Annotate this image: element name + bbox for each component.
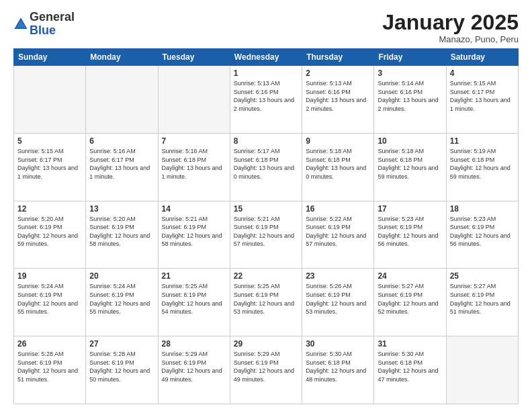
day-info: Sunrise: 5:24 AMSunset: 6:19 PMDaylight:… [17, 282, 82, 316]
calendar-cell [14, 66, 86, 134]
day-number: 2 [306, 68, 370, 78]
calendar-cell: 23Sunrise: 5:26 AMSunset: 6:19 PMDayligh… [302, 269, 374, 336]
calendar-cell [86, 66, 158, 134]
calendar-cell: 18Sunrise: 5:23 AMSunset: 6:19 PMDayligh… [446, 201, 518, 269]
day-info: Sunrise: 5:16 AMSunset: 6:18 PMDaylight:… [162, 147, 226, 181]
day-info: Sunrise: 5:29 AMSunset: 6:19 PMDaylight:… [234, 350, 298, 383]
day-info: Sunrise: 5:28 AMSunset: 6:19 PMDaylight:… [89, 350, 154, 383]
calendar-cell: 26Sunrise: 5:28 AMSunset: 6:19 PMDayligh… [14, 336, 86, 404]
calendar-cell: 17Sunrise: 5:23 AMSunset: 6:19 PMDayligh… [374, 201, 446, 269]
day-number: 21 [162, 271, 226, 281]
day-info: Sunrise: 5:15 AMSunset: 6:17 PMDaylight:… [17, 147, 82, 181]
calendar-cell: 29Sunrise: 5:29 AMSunset: 6:19 PMDayligh… [230, 336, 302, 404]
calendar-cell: 14Sunrise: 5:21 AMSunset: 6:19 PMDayligh… [158, 201, 230, 269]
calendar-week-5: 26Sunrise: 5:28 AMSunset: 6:19 PMDayligh… [14, 336, 519, 404]
day-number: 19 [17, 271, 82, 281]
calendar-cell: 27Sunrise: 5:28 AMSunset: 6:19 PMDayligh… [86, 336, 158, 404]
weekday-header-sunday: Sunday [14, 49, 86, 66]
calendar-cell: 10Sunrise: 5:18 AMSunset: 6:18 PMDayligh… [374, 133, 446, 201]
day-number: 16 [306, 204, 370, 214]
day-info: Sunrise: 5:16 AMSunset: 6:17 PMDaylight:… [89, 147, 154, 181]
day-info: Sunrise: 5:24 AMSunset: 6:19 PMDaylight:… [89, 282, 154, 316]
day-number: 25 [450, 271, 515, 281]
calendar-body: 1Sunrise: 5:13 AMSunset: 6:16 PMDaylight… [14, 66, 519, 404]
day-info: Sunrise: 5:27 AMSunset: 6:19 PMDaylight:… [450, 282, 515, 316]
calendar-cell: 8Sunrise: 5:17 AMSunset: 6:18 PMDaylight… [230, 133, 302, 201]
logo: General Blue [13, 11, 75, 38]
calendar-cell: 28Sunrise: 5:29 AMSunset: 6:19 PMDayligh… [158, 336, 230, 404]
day-number: 17 [378, 204, 442, 214]
day-info: Sunrise: 5:23 AMSunset: 6:19 PMDaylight:… [378, 215, 442, 248]
day-number: 14 [162, 204, 226, 214]
weekday-header-saturday: Saturday [446, 49, 518, 66]
calendar-cell: 12Sunrise: 5:20 AMSunset: 6:19 PMDayligh… [14, 201, 86, 269]
logo-blue-text: Blue [30, 24, 56, 37]
calendar-week-2: 5Sunrise: 5:15 AMSunset: 6:17 PMDaylight… [14, 133, 519, 201]
day-number: 4 [450, 68, 515, 78]
calendar-cell: 6Sunrise: 5:16 AMSunset: 6:17 PMDaylight… [86, 133, 158, 201]
calendar-cell [158, 66, 230, 134]
calendar-cell: 15Sunrise: 5:21 AMSunset: 6:19 PMDayligh… [230, 201, 302, 269]
day-info: Sunrise: 5:25 AMSunset: 6:19 PMDaylight:… [162, 282, 226, 316]
day-number: 12 [17, 204, 82, 214]
calendar-cell: 13Sunrise: 5:20 AMSunset: 6:19 PMDayligh… [86, 201, 158, 269]
page: General Blue January 2025 Manazo, Puno, … [0, 0, 532, 411]
day-number: 10 [378, 136, 442, 146]
day-info: Sunrise: 5:28 AMSunset: 6:19 PMDaylight:… [17, 350, 82, 383]
day-info: Sunrise: 5:20 AMSunset: 6:19 PMDaylight:… [17, 215, 82, 248]
calendar-cell: 30Sunrise: 5:30 AMSunset: 6:18 PMDayligh… [302, 336, 374, 404]
day-number: 29 [234, 339, 298, 349]
day-info: Sunrise: 5:13 AMSunset: 6:16 PMDaylight:… [234, 79, 298, 113]
calendar-cell: 31Sunrise: 5:30 AMSunset: 6:18 PMDayligh… [374, 336, 446, 404]
day-number: 22 [234, 271, 298, 281]
calendar-cell: 19Sunrise: 5:24 AMSunset: 6:19 PMDayligh… [14, 269, 86, 336]
weekday-header-friday: Friday [374, 49, 446, 66]
location-subtitle: Manazo, Puno, Peru [382, 34, 519, 44]
day-number: 18 [450, 204, 515, 214]
day-info: Sunrise: 5:29 AMSunset: 6:19 PMDaylight:… [162, 350, 226, 383]
day-number: 9 [306, 136, 370, 146]
logo-icon [13, 16, 28, 31]
calendar-week-4: 19Sunrise: 5:24 AMSunset: 6:19 PMDayligh… [14, 269, 519, 336]
header: General Blue January 2025 Manazo, Puno, … [13, 11, 519, 44]
weekday-header-wednesday: Wednesday [230, 49, 302, 66]
weekday-header-tuesday: Tuesday [158, 49, 230, 66]
day-info: Sunrise: 5:14 AMSunset: 6:16 PMDaylight:… [378, 79, 442, 113]
calendar-cell: 1Sunrise: 5:13 AMSunset: 6:16 PMDaylight… [230, 66, 302, 134]
month-title: January 2025 [382, 11, 519, 34]
calendar-week-1: 1Sunrise: 5:13 AMSunset: 6:16 PMDaylight… [14, 66, 519, 134]
calendar-cell: 4Sunrise: 5:15 AMSunset: 6:17 PMDaylight… [446, 66, 518, 134]
calendar-cell: 3Sunrise: 5:14 AMSunset: 6:16 PMDaylight… [374, 66, 446, 134]
day-info: Sunrise: 5:22 AMSunset: 6:19 PMDaylight:… [306, 215, 370, 248]
day-info: Sunrise: 5:30 AMSunset: 6:18 PMDaylight:… [378, 350, 442, 383]
day-number: 30 [306, 339, 370, 349]
calendar-cell: 16Sunrise: 5:22 AMSunset: 6:19 PMDayligh… [302, 201, 374, 269]
day-number: 24 [378, 271, 442, 281]
day-number: 28 [162, 339, 226, 349]
weekday-header-monday: Monday [86, 49, 158, 66]
day-number: 11 [450, 136, 515, 146]
logo-general-text: General [30, 10, 75, 24]
day-number: 13 [89, 204, 154, 214]
day-info: Sunrise: 5:15 AMSunset: 6:17 PMDaylight:… [450, 79, 515, 113]
day-info: Sunrise: 5:18 AMSunset: 6:18 PMDaylight:… [306, 147, 370, 181]
calendar-cell: 5Sunrise: 5:15 AMSunset: 6:17 PMDaylight… [14, 133, 86, 201]
calendar-week-3: 12Sunrise: 5:20 AMSunset: 6:19 PMDayligh… [14, 201, 519, 269]
day-number: 1 [234, 68, 298, 78]
day-info: Sunrise: 5:30 AMSunset: 6:18 PMDaylight:… [306, 350, 370, 383]
calendar-cell: 21Sunrise: 5:25 AMSunset: 6:19 PMDayligh… [158, 269, 230, 336]
calendar-table: SundayMondayTuesdayWednesdayThursdayFrid… [13, 48, 519, 404]
calendar-cell: 11Sunrise: 5:19 AMSunset: 6:18 PMDayligh… [446, 133, 518, 201]
day-info: Sunrise: 5:19 AMSunset: 6:18 PMDaylight:… [450, 147, 515, 181]
day-number: 26 [17, 339, 82, 349]
day-number: 6 [89, 136, 154, 146]
day-number: 23 [306, 271, 370, 281]
day-number: 5 [17, 136, 82, 146]
day-info: Sunrise: 5:27 AMSunset: 6:19 PMDaylight:… [378, 282, 442, 316]
day-number: 27 [89, 339, 154, 349]
day-info: Sunrise: 5:17 AMSunset: 6:18 PMDaylight:… [234, 147, 298, 181]
day-info: Sunrise: 5:13 AMSunset: 6:16 PMDaylight:… [306, 79, 370, 113]
day-info: Sunrise: 5:25 AMSunset: 6:19 PMDaylight:… [234, 282, 298, 316]
calendar-cell [446, 336, 518, 404]
day-info: Sunrise: 5:26 AMSunset: 6:19 PMDaylight:… [306, 282, 370, 316]
